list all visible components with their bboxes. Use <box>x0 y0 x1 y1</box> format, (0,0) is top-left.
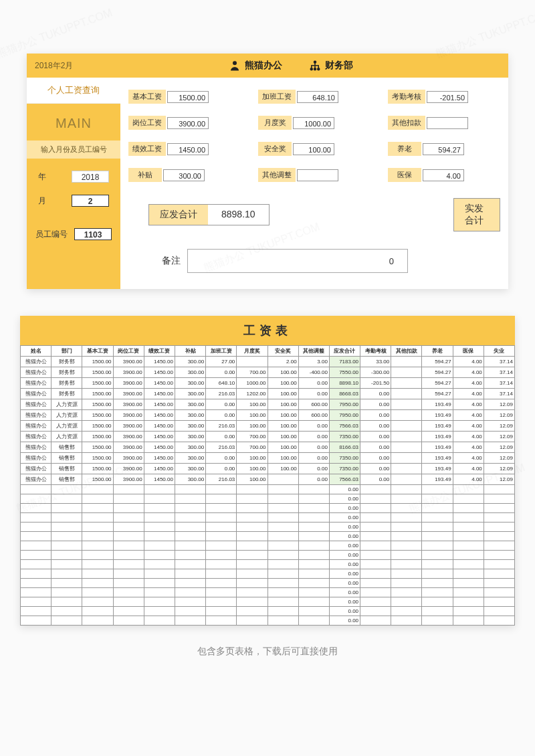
table-cell[interactable] <box>144 513 175 523</box>
table-cell[interactable]: 0.00 <box>329 523 360 532</box>
table-cell[interactable] <box>175 607 205 616</box>
table-cell[interactable]: 1450.00 <box>144 432 175 442</box>
table-cell[interactable] <box>360 513 391 523</box>
table-cell[interactable]: 100.00 <box>268 432 298 442</box>
table-cell[interactable] <box>113 541 144 551</box>
table-cell[interactable]: 0.00 <box>329 551 360 560</box>
table-cell[interactable] <box>484 541 514 551</box>
table-cell[interactable] <box>175 579 205 588</box>
table-cell[interactable]: 4.00 <box>453 432 484 442</box>
table-cell[interactable]: 1500.00 <box>82 464 113 474</box>
table-cell[interactable]: 熊猫办公 <box>21 410 51 421</box>
table-cell[interactable] <box>484 532 514 541</box>
table-cell[interactable] <box>82 588 113 597</box>
table-cell[interactable]: 193.49 <box>422 442 453 453</box>
table-cell[interactable]: 1450.00 <box>144 367 175 378</box>
table-cell[interactable] <box>144 616 175 626</box>
table-cell[interactable]: 12.09 <box>484 432 514 442</box>
table-cell[interactable] <box>175 588 205 597</box>
table-cell[interactable]: 熊猫办公 <box>21 389 51 399</box>
table-cell[interactable] <box>298 504 329 513</box>
table-cell[interactable] <box>391 616 422 626</box>
table-cell[interactable]: 0.00 <box>206 399 237 410</box>
table-cell[interactable]: 193.49 <box>422 453 453 464</box>
table-cell[interactable]: 0.00 <box>206 410 237 421</box>
table-cell[interactable] <box>237 485 268 494</box>
table-cell[interactable] <box>360 597 391 607</box>
table-cell[interactable]: 销售部 <box>51 453 82 464</box>
table-cell[interactable] <box>298 579 329 588</box>
table-cell[interactable] <box>298 541 329 551</box>
table-cell[interactable]: 熊猫办公 <box>21 421 51 432</box>
table-cell[interactable] <box>237 532 268 541</box>
table-cell[interactable] <box>113 560 144 569</box>
table-cell[interactable]: 193.49 <box>422 399 453 410</box>
table-cell[interactable] <box>21 504 51 513</box>
table-cell[interactable] <box>453 588 484 597</box>
table-cell[interactable] <box>484 597 514 607</box>
table-cell[interactable] <box>82 513 113 523</box>
table-cell[interactable]: 12.09 <box>484 442 514 453</box>
table-cell[interactable] <box>422 513 453 523</box>
table-cell[interactable]: 人力资源 <box>51 410 82 421</box>
table-cell[interactable]: 193.49 <box>422 432 453 442</box>
table-cell[interactable]: 300.00 <box>175 432 205 442</box>
table-cell[interactable]: -400.00 <box>298 367 329 378</box>
table-cell[interactable] <box>82 569 113 579</box>
table-cell[interactable]: 财务部 <box>51 389 82 399</box>
table-cell[interactable] <box>175 485 205 494</box>
table-cell[interactable]: 12.09 <box>484 464 514 474</box>
table-cell[interactable]: 100.00 <box>237 464 268 474</box>
table-cell[interactable]: 0.00 <box>360 421 391 432</box>
table-cell[interactable]: 4.00 <box>453 453 484 464</box>
table-cell[interactable] <box>484 551 514 560</box>
table-cell[interactable]: 财务部 <box>51 367 82 378</box>
table-cell[interactable] <box>51 579 82 588</box>
table-cell[interactable]: 3900.00 <box>113 464 144 474</box>
table-cell[interactable] <box>298 616 329 626</box>
table-cell[interactable] <box>391 442 422 453</box>
table-cell[interactable] <box>484 504 514 513</box>
table-cell[interactable]: 100.00 <box>268 410 298 421</box>
table-cell[interactable] <box>51 607 82 616</box>
table-cell[interactable]: 0.00 <box>329 597 360 607</box>
table-cell[interactable]: 0.00 <box>298 378 329 389</box>
table-cell[interactable] <box>422 579 453 588</box>
remark-value[interactable]: 0 <box>187 249 408 273</box>
table-cell[interactable] <box>144 541 175 551</box>
table-cell[interactable] <box>206 485 237 494</box>
table-cell[interactable]: 700.00 <box>237 367 268 378</box>
table-cell[interactable] <box>113 513 144 523</box>
table-cell[interactable] <box>360 588 391 597</box>
table-cell[interactable] <box>422 560 453 569</box>
table-cell[interactable] <box>51 485 82 494</box>
table-cell[interactable] <box>206 616 237 626</box>
table-cell[interactable] <box>484 607 514 616</box>
table-cell[interactable] <box>237 607 268 616</box>
table-cell[interactable] <box>391 389 422 399</box>
table-cell[interactable]: 4.00 <box>453 389 484 399</box>
table-cell[interactable] <box>391 541 422 551</box>
table-cell[interactable]: 0.00 <box>360 389 391 399</box>
table-cell[interactable] <box>82 560 113 569</box>
table-cell[interactable] <box>51 560 82 569</box>
table-cell[interactable] <box>453 494 484 504</box>
table-cell[interactable] <box>113 523 144 532</box>
table-cell[interactable] <box>175 513 205 523</box>
table-cell[interactable] <box>391 378 422 389</box>
table-cell[interactable] <box>360 494 391 504</box>
table-cell[interactable] <box>484 579 514 588</box>
table-cell[interactable] <box>51 551 82 560</box>
table-cell[interactable]: 193.49 <box>422 410 453 421</box>
table-cell[interactable]: 1500.00 <box>82 442 113 453</box>
table-cell[interactable]: 100.00 <box>268 389 298 399</box>
table-cell[interactable] <box>422 504 453 513</box>
table-cell[interactable] <box>453 485 484 494</box>
table-cell[interactable] <box>422 523 453 532</box>
table-cell[interactable] <box>268 607 298 616</box>
table-cell[interactable]: 594.27 <box>422 389 453 399</box>
table-cell[interactable] <box>453 551 484 560</box>
table-cell[interactable] <box>51 523 82 532</box>
table-cell[interactable] <box>453 569 484 579</box>
table-cell[interactable] <box>113 485 144 494</box>
